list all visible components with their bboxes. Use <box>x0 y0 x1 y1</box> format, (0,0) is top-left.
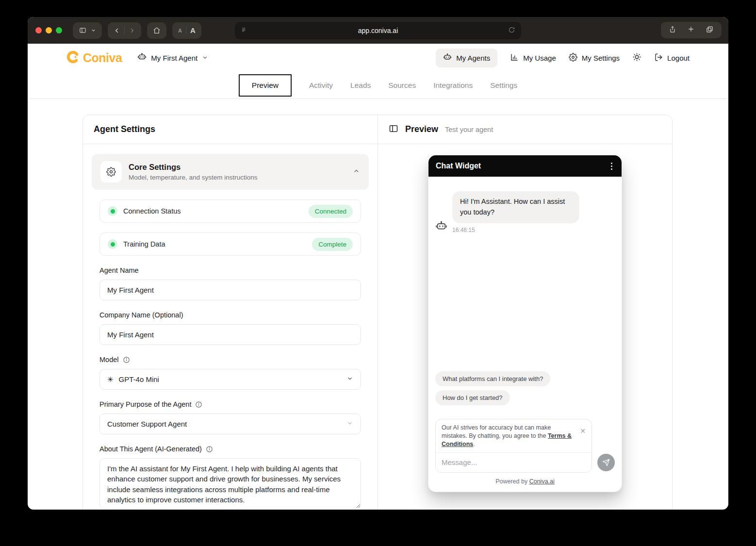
zoom-window-button[interactable] <box>56 27 62 33</box>
tab-activity[interactable]: Activity <box>309 81 333 90</box>
openai-icon: ✳ <box>107 375 114 384</box>
info-icon[interactable] <box>123 356 130 364</box>
purpose-value: Customer Support Agent <box>107 420 187 428</box>
share-button[interactable] <box>669 25 676 35</box>
kebab-menu-button[interactable] <box>609 161 614 172</box>
logout-button[interactable]: Logout <box>654 53 690 63</box>
coniva-link[interactable]: Coniva.ai <box>529 478 555 485</box>
nav-label: My Agents <box>456 54 490 62</box>
about-label-row: About This Agent (AI-Generated) <box>99 445 361 453</box>
browser-window: A A app.coniva.ai <box>28 17 728 510</box>
bot-message: Hi! I'm Assistant. How can I assist you … <box>435 191 615 233</box>
suggested-questions: What platforms can I integrate with? How… <box>435 371 615 405</box>
chat-widget: Chat Widget Hi! I'm Assistant. How can I… <box>428 155 622 492</box>
agent-selector[interactable]: My First Agent <box>137 52 208 63</box>
model-value: GPT-4o Mini <box>119 375 159 383</box>
home-button[interactable] <box>147 22 166 39</box>
company-name-input[interactable] <box>99 324 361 345</box>
suggestion-chip[interactable]: How do I get started? <box>435 390 510 405</box>
coniva-logo-icon <box>66 50 80 66</box>
panel-icon <box>389 124 398 135</box>
core-settings-subtitle: Model, temperature, and system instructi… <box>129 174 258 181</box>
home-icon <box>153 27 161 34</box>
nav-label: Logout <box>667 54 690 62</box>
message-input[interactable] <box>436 453 592 472</box>
purpose-select[interactable]: Customer Support Agent <box>99 414 361 434</box>
core-settings-toggle[interactable]: Core Settings Model, temperature, and sy… <box>92 154 369 190</box>
tab-leads[interactable]: Leads <box>350 81 371 90</box>
message-timestamp: 16:46:15 <box>452 227 579 233</box>
app-header: Coniva My First Agent My Agents <box>28 44 728 72</box>
model-label-row: Model <box>99 356 361 364</box>
close-window-button[interactable] <box>35 27 42 33</box>
powered-by-text: Powered by <box>495 478 527 485</box>
disclaimer-text: Our AI strives for accuracy but can make… <box>442 424 575 448</box>
model-select[interactable]: ✳ GPT-4o Mini <box>99 369 361 390</box>
status-dot-icon <box>108 239 117 249</box>
screen: A A app.coniva.ai <box>0 0 756 546</box>
increase-text-button[interactable]: A <box>190 26 196 34</box>
forward-button[interactable] <box>129 27 135 34</box>
info-icon[interactable] <box>206 446 213 453</box>
panel-subtitle: Test your agent <box>445 126 493 133</box>
nav-my-settings[interactable]: My Settings <box>569 53 620 63</box>
divider <box>124 27 125 34</box>
chat-widget-title: Chat Widget <box>436 162 481 170</box>
logout-icon <box>654 53 663 63</box>
gear-icon <box>569 53 577 63</box>
composer: Our AI strives for accuracy but can make… <box>435 419 592 473</box>
chevron-down-icon <box>202 54 208 62</box>
tab-preview[interactable]: Preview <box>239 74 292 97</box>
nav-my-usage[interactable]: My Usage <box>510 53 556 63</box>
suggestion-chip[interactable]: What platforms can I integrate with? <box>435 371 550 386</box>
panel-title: Agent Settings <box>94 124 155 134</box>
send-button[interactable] <box>597 454 615 471</box>
agent-name-input[interactable] <box>99 280 361 300</box>
bar-chart-icon <box>510 53 519 63</box>
sidebar-toggle-button[interactable] <box>73 22 102 39</box>
ai-disclaimer: Our AI strives for accuracy but can make… <box>436 419 592 453</box>
model-label: Model <box>99 356 119 364</box>
preview-panel: Preview Test your agent Chat Widget <box>378 115 672 510</box>
logo-text: Coniva <box>83 51 122 65</box>
chrome-right-buttons <box>661 22 722 38</box>
tab-sources[interactable]: Sources <box>388 81 416 90</box>
decrease-text-button[interactable]: A <box>178 28 182 33</box>
core-settings-title: Core Settings <box>129 163 258 172</box>
main-content: Agent Settings Core Settings Model, temp… <box>82 115 673 510</box>
traffic-lights <box>35 27 62 33</box>
company-name-label: Company Name (Optional) <box>99 311 361 319</box>
refresh-icon[interactable] <box>508 26 515 35</box>
info-icon[interactable] <box>195 401 202 408</box>
nav-my-agents[interactable]: My Agents <box>436 49 497 67</box>
bot-message-bubble: Hi! I'm Assistant. How can I assist you … <box>452 191 579 223</box>
connection-status-row: Connection Status Connected <box>99 199 361 223</box>
agent-tabs: Preview Activity Leads Sources Integrati… <box>28 72 728 99</box>
back-button[interactable] <box>114 27 120 34</box>
agent-settings-panel: Agent Settings Core Settings Model, temp… <box>83 115 378 510</box>
core-settings-content: Connection Status Connected Training Dat… <box>92 199 369 510</box>
reader-icon[interactable] <box>241 26 248 35</box>
purpose-label-row: Primary Purpose of the Agent <box>99 400 361 408</box>
widget-footer: Powered by Coniva.ai <box>435 473 615 487</box>
about-textarea[interactable] <box>99 458 361 509</box>
minimize-window-button[interactable] <box>46 27 52 33</box>
tab-settings[interactable]: Settings <box>490 81 517 90</box>
chevron-down-icon <box>91 28 96 33</box>
chat-widget-body: Hi! I'm Assistant. How can I assist you … <box>428 177 622 492</box>
coniva-logo[interactable]: Coniva <box>66 50 122 66</box>
new-tab-button[interactable] <box>687 25 695 35</box>
composer-row: Our AI strives for accuracy but can make… <box>435 419 615 473</box>
chevron-down-icon <box>346 375 353 383</box>
theme-toggle-button[interactable] <box>632 52 641 63</box>
status-dot-icon <box>108 206 117 216</box>
close-icon[interactable]: ✕ <box>580 424 586 448</box>
divider <box>186 27 186 34</box>
address-bar[interactable]: app.coniva.ai <box>235 22 521 39</box>
tab-overview-button[interactable] <box>706 25 714 35</box>
tab-integrations[interactable]: Integrations <box>433 81 473 90</box>
header-nav: My Agents My Usage My Settings <box>436 49 690 67</box>
chat-widget-header: Chat Widget <box>428 155 622 177</box>
training-data-row: Training Data Complete <box>99 232 361 256</box>
purpose-label: Primary Purpose of the Agent <box>99 400 191 408</box>
